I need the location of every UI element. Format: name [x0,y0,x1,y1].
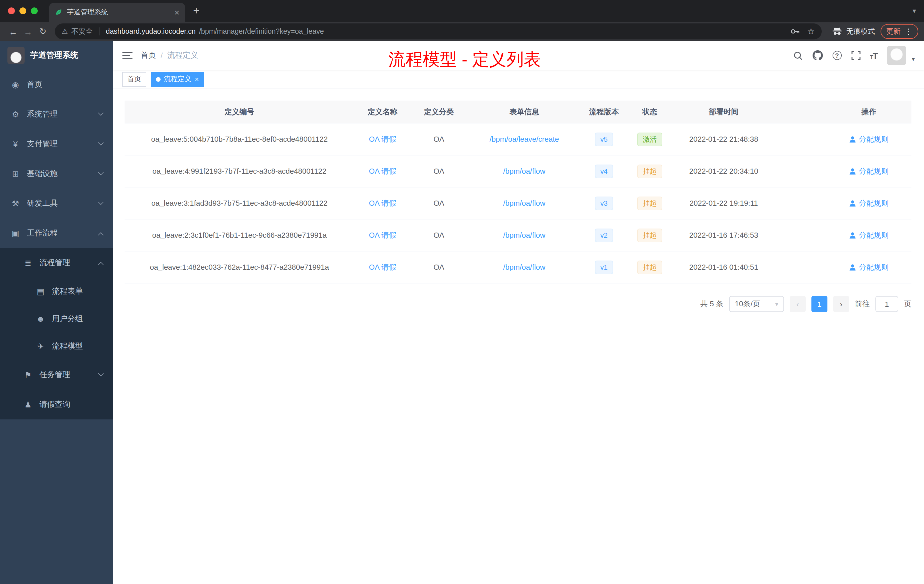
sidebar-item-process-management[interactable]: ≣ 流程管理 [0,248,113,278]
definition-name-link[interactable]: OA 请假 [369,166,396,176]
sidebar-item[interactable]: ▣ 工作流程 [0,218,113,248]
form-link[interactable]: /bpm/oa/flow [503,263,545,271]
leave-query-icon: ♟ [23,400,33,409]
prev-page-button[interactable]: ‹ [790,296,806,312]
definition-table: 定义编号 定义名称 定义分类 表单信息 流程版本 状态 部署时间 操作 [125,101,911,284]
sidebar-item[interactable]: ⚒ 研发工具 [0,188,113,218]
sidebar-item[interactable]: ✈ 流程模型 [0,333,113,360]
window-controls [8,7,38,14]
workflow-icon: ▣ [10,229,21,238]
definition-name-link[interactable]: OA 请假 [369,262,396,272]
breadcrumb-separator: / [160,51,163,60]
definition-name-link[interactable]: OA 请假 [369,198,396,208]
version-tag: v4 [594,164,613,178]
url-divider [99,27,100,35]
page-number-button[interactable]: 1 [812,296,827,312]
sidebar-item[interactable]: ♟ 请假查询 [0,390,113,419]
reload-icon[interactable]: ↻ [35,24,50,39]
process-model-icon: ✈ [35,342,46,351]
github-icon[interactable] [813,50,823,61]
sidebar-item[interactable]: ⚙ 系统管理 [0,99,113,129]
app-logo[interactable]: 芋道管理系统 [0,41,113,70]
sidebar-item[interactable]: ⊞ 基础设施 [0,159,113,188]
tag-home-label: 首页 [127,74,141,84]
user-group-icon: ☻ [35,314,46,323]
form-link[interactable]: /bpm/oa/leave/create [490,135,559,144]
fullscreen-icon[interactable] [851,51,861,60]
sidebar-item[interactable]: ☻ 用户分组 [0,305,113,333]
active-tag-dot [156,77,160,81]
forward-icon[interactable]: → [21,24,35,39]
page-size-select[interactable]: 10条/页 ▾ [729,296,784,312]
goto-label: 前往 [855,299,870,309]
caret-down-icon[interactable]: ▾ [912,55,915,65]
hamburger-icon[interactable] [122,51,132,59]
tab-search-icon[interactable]: ▾ [912,7,916,15]
version-tag: v5 [594,132,613,146]
close-window-button[interactable] [8,7,15,14]
devtools-icon: ⚒ [10,199,21,208]
definition-category: OA [411,219,467,251]
update-chrome-button[interactable]: 更新 ⋮ [881,24,918,39]
home-icon: ◉ [10,80,21,89]
goto-page-input[interactable] [875,296,898,312]
status-tag: 激活 [637,132,662,146]
definition-name-link[interactable]: OA 请假 [369,230,396,240]
task-management-icon: ⚑ [23,370,33,379]
sidebar-item[interactable]: ⚑ 任务管理 [0,360,113,390]
sidebar-item[interactable]: ▤ 流程表单 [0,278,113,305]
search-icon[interactable] [793,51,803,60]
sidebar-item[interactable]: ◉ 首页 [0,70,113,99]
version-tag: v2 [594,228,613,242]
assign-rule-link[interactable]: 分配规则 [849,134,889,144]
address-bar[interactable]: ⚠ 不安全 dashboard.yudao.iocoder.cn /bpm/ma… [55,23,822,40]
user-icon [849,264,856,271]
app-frame: 芋道管理系统 ◉ 首页 ⚙ 系统管理 [0,41,924,584]
assign-rule-link[interactable]: 分配规则 [849,166,889,176]
password-key-icon[interactable] [790,27,799,36]
maximize-window-button[interactable] [31,7,38,14]
minimize-window-button[interactable] [20,7,26,14]
form-link[interactable]: /bpm/oa/flow [503,199,545,208]
browser-tab[interactable]: 芋道管理系统 × [49,3,185,22]
col-form-info: 表单信息 [467,101,582,123]
assign-rule-link[interactable]: 分配规则 [849,262,889,272]
chevron-icon [98,110,104,115]
incognito-label: 无痕模式 [846,26,875,36]
definition-id: oa_leave:3:1fad3d93-7b75-11ec-a3c8-acde4… [125,187,354,219]
next-page-button[interactable]: › [833,296,849,312]
back-icon[interactable]: ← [6,24,21,39]
form-link[interactable]: /bpm/oa/flow [503,231,545,239]
app-title: 芋道管理系统 [30,50,78,61]
tag-home[interactable]: 首页 [122,72,146,87]
col-version: 流程版本 [582,101,626,123]
definition-category: OA [411,251,467,283]
logo-avatar [7,47,25,64]
process-form-icon: ▤ [35,287,46,296]
workflow-submenu: ≣ 流程管理 ▤ 流程表单 ☻ 用户分组 [0,248,113,419]
tab-close-icon[interactable]: × [174,7,180,17]
deploy-time: 2022-01-16 01:40:51 [673,251,774,283]
status-tag: 挂起 [637,164,662,178]
col-definition-name: 定义名称 [354,101,411,123]
form-link[interactable]: /bpm/oa/flow [503,167,545,175]
breadcrumb-home[interactable]: 首页 [140,50,156,61]
sidebar-menu: ◉ 首页 ⚙ 系统管理 ¥ 支付管理 [0,70,113,248]
status-tag: 挂起 [637,228,662,242]
bookmark-star-icon[interactable]: ☆ [807,26,815,36]
url-host: dashboard.yudao.iocoder.cn [106,27,196,35]
table-row: oa_leave:4:991f2193-7b7f-11ec-a3c8-acde4… [125,155,911,187]
pagination: 共 5 条 10条/页 ▾ ‹ 1 › 前往 页 [125,296,911,312]
assign-rule-link[interactable]: 分配规则 [849,230,889,240]
tag-current[interactable]: 流程定义 × [151,72,204,87]
avatar[interactable] [887,46,907,65]
tag-close-icon[interactable]: × [195,75,199,83]
help-icon[interactable]: ? [833,51,842,60]
browser-menu-icon[interactable]: ⋮ [904,27,912,36]
payment-icon: ¥ [10,139,21,148]
new-tab-button[interactable]: + [193,5,200,17]
assign-rule-link[interactable]: 分配规则 [849,198,889,208]
sidebar-item[interactable]: ¥ 支付管理 [0,129,113,159]
definition-name-link[interactable]: OA 请假 [369,134,396,144]
font-size-icon[interactable]: TT [870,51,878,60]
